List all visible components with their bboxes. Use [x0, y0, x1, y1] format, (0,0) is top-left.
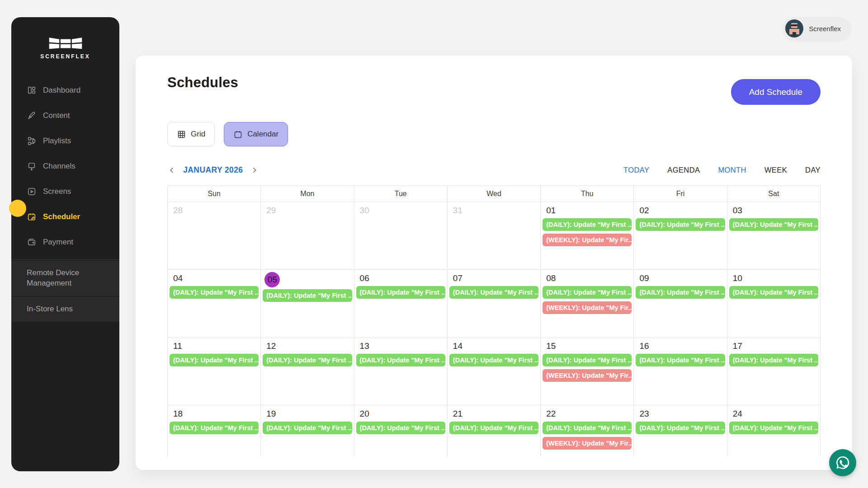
- month-label[interactable]: JANUARY 2026: [183, 165, 243, 175]
- sidebar-item-label: Dashboard: [43, 86, 80, 95]
- schedule-event-daily[interactable]: (DAILY): Update "My First ...: [636, 218, 725, 231]
- sidebar-item-playlists[interactable]: Playlists: [11, 128, 119, 154]
- schedule-event-daily[interactable]: (DAILY): Update "My First ...: [636, 286, 725, 299]
- calendar-day-cell[interactable]: 05(DAILY): Update "My First ...: [261, 270, 354, 338]
- sidebar-item-in-store-lens[interactable]: In-Store Lens: [11, 297, 119, 322]
- calendar-day-cell[interactable]: 16(DAILY): Update "My First ...: [634, 338, 727, 405]
- calendar-day-cell[interactable]: 23(DAILY): Update "My First ...: [634, 405, 727, 456]
- view-toggle-group: Grid Calendar: [167, 122, 821, 146]
- schedule-event-daily[interactable]: (DAILY): Update "My First ...: [542, 422, 632, 434]
- calendar-day-cell[interactable]: 02(DAILY): Update "My First ...: [634, 202, 727, 270]
- chevron-right-icon[interactable]: ›: [250, 164, 259, 176]
- calendar-day-cell[interactable]: 31: [448, 202, 541, 270]
- day-number: 12: [261, 338, 354, 354]
- calendar-day-cell[interactable]: 13(DAILY): Update "My First ...: [354, 338, 448, 405]
- sidebar-item-payment[interactable]: Payment: [11, 230, 119, 255]
- schedule-event-daily[interactable]: (DAILY): Update "My First ...: [729, 422, 818, 434]
- calendar-day-cell[interactable]: 28: [168, 202, 261, 270]
- schedule-event-daily[interactable]: (DAILY): Update "My First ...: [170, 286, 259, 299]
- sidebar-item-label: Playlists: [43, 136, 71, 145]
- view-button-day[interactable]: DAY: [805, 166, 821, 174]
- schedule-event-daily[interactable]: (DAILY): Update "My First ...: [729, 354, 818, 366]
- day-of-week-header: Fri: [634, 186, 727, 202]
- schedule-event-daily[interactable]: (DAILY): Update "My First ...: [542, 286, 632, 299]
- logo: SCREENFLEX: [11, 17, 119, 60]
- calendar-day-cell[interactable]: 21(DAILY): Update "My First ...: [448, 405, 541, 456]
- view-button-agenda[interactable]: AGENDA: [667, 166, 700, 174]
- schedule-event-daily[interactable]: (DAILY): Update "My First ...: [449, 286, 538, 299]
- calendar-day-cell[interactable]: 29: [261, 202, 354, 270]
- calendar-view-label: Calendar: [247, 130, 278, 139]
- user-account-chip[interactable]: Screenflex: [783, 17, 851, 40]
- calendar-day-cell[interactable]: 06(DAILY): Update "My First ...: [354, 270, 448, 338]
- calendar-day-cell[interactable]: 07(DAILY): Update "My First ...: [448, 270, 541, 338]
- schedule-event-daily[interactable]: (DAILY): Update "My First ...: [449, 422, 538, 434]
- whatsapp-button[interactable]: [829, 449, 856, 476]
- calendar-toolbar: ‹ JANUARY 2026 › TODAYAGENDAMONTHWEEKDAY: [167, 161, 821, 179]
- scheduler-icon: [27, 212, 37, 222]
- day-number: 29: [261, 202, 354, 218]
- sidebar-item-channels[interactable]: Channels: [11, 154, 119, 179]
- day-number: 16: [634, 338, 726, 354]
- calendar-day-cell[interactable]: 09(DAILY): Update "My First ...: [634, 270, 727, 338]
- sidebar-item-content[interactable]: Content: [11, 103, 119, 128]
- schedule-event-daily[interactable]: (DAILY): Update "My First ...: [263, 422, 352, 434]
- schedule-event-daily[interactable]: (DAILY): Update "My First ...: [636, 354, 725, 366]
- grid-view-button[interactable]: Grid: [167, 122, 215, 146]
- schedule-event-weekly[interactable]: (WEEKLY): Update "My Fir...: [542, 437, 632, 450]
- screenflex-logo-icon: [48, 36, 83, 52]
- day-number: 08: [541, 270, 633, 286]
- sidebar-item-label: Remote Device Management: [27, 268, 79, 287]
- calendar-day-cell[interactable]: 08(DAILY): Update "My First ...(WEEKLY):…: [541, 270, 634, 338]
- schedule-event-daily[interactable]: (DAILY): Update "My First ...: [263, 354, 352, 366]
- sidebar-item-dashboard[interactable]: Dashboard: [11, 78, 119, 103]
- active-item-notch: [9, 200, 26, 217]
- day-number: 11: [168, 338, 260, 354]
- sidebar-item-scheduler[interactable]: Scheduler: [11, 204, 119, 230]
- schedule-event-daily[interactable]: (DAILY): Update "My First ...: [542, 354, 632, 366]
- view-button-week[interactable]: WEEK: [764, 166, 787, 174]
- calendar-day-cell[interactable]: 20(DAILY): Update "My First ...: [354, 405, 448, 456]
- calendar-day-cell[interactable]: 30: [354, 202, 448, 270]
- calendar-day-cell[interactable]: 24(DAILY): Update "My First ...: [727, 405, 820, 456]
- calendar-day-cell[interactable]: 03(DAILY): Update "My First ...: [727, 202, 820, 270]
- view-button-today[interactable]: TODAY: [623, 166, 649, 174]
- calendar-day-cell[interactable]: 17(DAILY): Update "My First ...: [727, 338, 820, 405]
- day-number: 09: [634, 270, 726, 286]
- calendar-day-cell[interactable]: 10(DAILY): Update "My First ...: [727, 270, 820, 338]
- calendar-day-cell[interactable]: 15(DAILY): Update "My First ...(WEEKLY):…: [541, 338, 634, 405]
- calendar-day-cell[interactable]: 11(DAILY): Update "My First ...: [168, 338, 261, 405]
- calendar-view-button[interactable]: Calendar: [224, 122, 288, 146]
- calendar-day-cell[interactable]: 19(DAILY): Update "My First ...: [261, 405, 354, 456]
- calendar-day-cell[interactable]: 14(DAILY): Update "My First ...: [448, 338, 541, 405]
- schedule-event-daily[interactable]: (DAILY): Update "My First ...: [263, 289, 352, 302]
- calendar-day-cell[interactable]: 04(DAILY): Update "My First ...: [168, 270, 261, 338]
- sidebar-divider: [11, 259, 119, 260]
- day-number: 23: [634, 405, 726, 422]
- schedule-event-weekly[interactable]: (WEEKLY): Update "My Fir...: [542, 369, 632, 382]
- day-number: 22: [541, 405, 633, 422]
- schedule-event-daily[interactable]: (DAILY): Update "My First ...: [356, 286, 445, 299]
- calendar-day-cell[interactable]: 18(DAILY): Update "My First ...: [168, 405, 261, 456]
- schedule-event-daily[interactable]: (DAILY): Update "My First ...: [449, 354, 538, 366]
- view-button-month[interactable]: MONTH: [718, 166, 746, 174]
- schedule-event-daily[interactable]: (DAILY): Update "My First ...: [170, 354, 259, 366]
- calendar-day-cell[interactable]: 12(DAILY): Update "My First ...: [261, 338, 354, 405]
- schedule-event-daily[interactable]: (DAILY): Update "My First ...: [356, 422, 445, 434]
- sidebar-item-remote-device-management[interactable]: Remote Device Management: [11, 261, 119, 296]
- schedule-event-weekly[interactable]: (WEEKLY): Update "My Fir...: [542, 234, 632, 246]
- calendar-week-row: 18(DAILY): Update "My First ...19(DAILY)…: [168, 405, 820, 456]
- calendar-day-cell[interactable]: 22(DAILY): Update "My First ...(WEEKLY):…: [541, 405, 634, 456]
- schedule-event-daily[interactable]: (DAILY): Update "My First ...: [356, 354, 445, 366]
- schedule-event-daily[interactable]: (DAILY): Update "My First ...: [170, 422, 259, 434]
- schedule-event-daily[interactable]: (DAILY): Update "My First ...: [542, 218, 632, 231]
- day-number: 17: [727, 338, 820, 354]
- add-schedule-button[interactable]: Add Schedule: [731, 79, 821, 105]
- sidebar-item-screens[interactable]: Screens: [11, 179, 119, 204]
- schedule-event-daily[interactable]: (DAILY): Update "My First ...: [636, 422, 725, 434]
- calendar-day-cell[interactable]: 01(DAILY): Update "My First ...(WEEKLY):…: [541, 202, 634, 270]
- schedule-event-daily[interactable]: (DAILY): Update "My First ...: [729, 218, 818, 231]
- schedule-event-weekly[interactable]: (WEEKLY): Update "My Fir...: [542, 301, 632, 314]
- chevron-left-icon[interactable]: ‹: [167, 164, 176, 176]
- schedule-event-daily[interactable]: (DAILY): Update "My First ...: [729, 286, 818, 299]
